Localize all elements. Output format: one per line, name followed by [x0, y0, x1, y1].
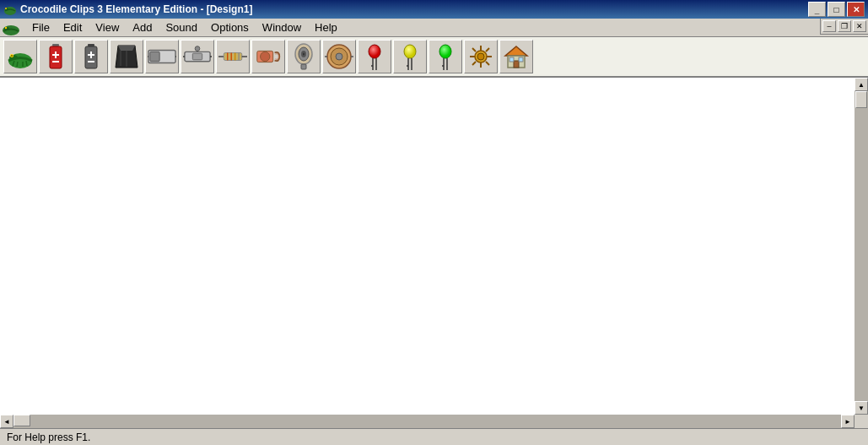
close-button[interactable]: ✕: [847, 2, 865, 17]
menu-view[interactable]: View: [89, 19, 126, 35]
toolbar-btn-house[interactable]: [499, 40, 533, 73]
svg-rect-78: [509, 57, 514, 62]
toolbar-btn-component14[interactable]: [464, 40, 498, 73]
title-bar-text: Crocodile Clips 3 Elementary Edition - […: [20, 3, 252, 15]
cup-icon: [114, 42, 139, 71]
svg-point-50: [336, 53, 342, 60]
svg-rect-31: [192, 53, 202, 60]
toolbar: [0, 37, 868, 78]
menu-bar: File Edit View Add Sound Options Window …: [0, 19, 868, 37]
design-canvas[interactable]: [0, 78, 855, 415]
scroll-up-button[interactable]: ▲: [855, 78, 868, 91]
toolbar-btn-battery-red[interactable]: [39, 40, 73, 73]
maximize-button[interactable]: □: [828, 2, 845, 17]
speaker-icon: [291, 42, 316, 71]
menu-options[interactable]: Options: [204, 19, 256, 35]
doc-restore-button[interactable]: ❐: [838, 20, 851, 32]
svg-line-71: [472, 48, 476, 52]
led-green-icon: [439, 43, 452, 70]
toolbar-btn-led-red[interactable]: [358, 40, 391, 73]
menu-file[interactable]: File: [25, 19, 57, 35]
window-controls: – ❐ ✕: [820, 19, 868, 35]
toolbar-btn-speaker[interactable]: [287, 40, 321, 73]
doc-minimize-button[interactable]: –: [822, 20, 836, 32]
toolbar-btn-switch1[interactable]: [145, 40, 179, 73]
battery-red-icon: [47, 42, 64, 71]
crocodile-icon: [6, 42, 35, 71]
toolbar-btn-switch2[interactable]: [181, 40, 214, 73]
menu-logo: [2, 20, 20, 35]
buzzer-icon: [254, 47, 283, 66]
house-icon: [504, 44, 529, 69]
svg-point-61: [439, 45, 451, 58]
svg-point-42: [261, 52, 270, 61]
svg-point-9: [11, 55, 13, 57]
toolbar-btn-resistor[interactable]: [216, 40, 250, 73]
menu-add[interactable]: Add: [126, 19, 159, 35]
minimize-button[interactable]: _: [808, 2, 826, 17]
title-bar-buttons: _ □ ✕: [808, 2, 865, 17]
svg-point-66: [477, 53, 484, 60]
vertical-scrollbar[interactable]: ▲ ▼: [855, 78, 868, 415]
toolbar-btn-cup[interactable]: [110, 40, 143, 73]
vertical-scroll-thumb[interactable]: [855, 91, 867, 108]
led-yellow-icon: [403, 43, 417, 70]
scroll-down-button[interactable]: ▼: [855, 401, 868, 415]
svg-line-73: [486, 48, 489, 52]
scrollbar-corner: [855, 415, 868, 428]
svg-point-2: [5, 8, 7, 9]
toolbar-btn-croc[interactable]: [3, 40, 37, 73]
menu-help[interactable]: Help: [308, 19, 344, 35]
title-bar-left: Crocodile Clips 3 Elementary Edition - […: [3, 3, 252, 16]
motor-icon: [325, 42, 353, 71]
svg-line-74: [472, 62, 476, 65]
menu-window[interactable]: Window: [256, 19, 308, 35]
switch2-icon: [183, 45, 212, 68]
component14-icon: [468, 44, 493, 69]
svg-rect-79: [519, 57, 523, 62]
menu-sound[interactable]: Sound: [159, 19, 204, 35]
app-icon: [3, 3, 17, 16]
svg-marker-21: [118, 46, 135, 51]
resistor-icon: [218, 49, 247, 64]
menu-edit[interactable]: Edit: [57, 19, 89, 35]
toolbar-btn-motor[interactable]: [322, 40, 356, 73]
toolbar-btn-battery-dark[interactable]: [74, 40, 108, 73]
svg-rect-77: [514, 61, 519, 68]
vertical-scroll-track[interactable]: [855, 91, 868, 401]
scroll-right-button[interactable]: ►: [841, 415, 855, 428]
svg-rect-25: [150, 52, 159, 61]
status-text: For Help press F1.: [7, 431, 90, 443]
svg-line-72: [486, 62, 489, 65]
toolbar-btn-led-green[interactable]: [429, 40, 462, 73]
app-menu-icon: [2, 20, 20, 35]
svg-point-29: [195, 46, 200, 52]
title-bar: Crocodile Clips 3 Elementary Edition - […: [0, 0, 868, 19]
switch1-icon: [148, 46, 176, 67]
toolbar-btn-led-yellow[interactable]: [393, 40, 427, 73]
horizontal-scroll-track[interactable]: [13, 415, 841, 428]
svg-marker-75: [505, 46, 527, 56]
status-bar: For Help press F1.: [0, 428, 868, 445]
horizontal-scroll-thumb[interactable]: [13, 415, 30, 426]
svg-point-46: [303, 53, 305, 56]
horizontal-scrollbar[interactable]: ◄ ►: [0, 415, 855, 428]
toolbar-btn-buzzer[interactable]: [251, 40, 285, 73]
svg-point-5: [5, 26, 7, 28]
led-red-icon: [368, 43, 381, 70]
svg-rect-47: [301, 64, 306, 69]
battery-dark-icon: [83, 42, 100, 71]
doc-close-button[interactable]: ✕: [853, 20, 866, 32]
scroll-left-button[interactable]: ◄: [0, 415, 13, 428]
svg-point-57: [404, 45, 416, 58]
svg-point-53: [369, 45, 380, 58]
